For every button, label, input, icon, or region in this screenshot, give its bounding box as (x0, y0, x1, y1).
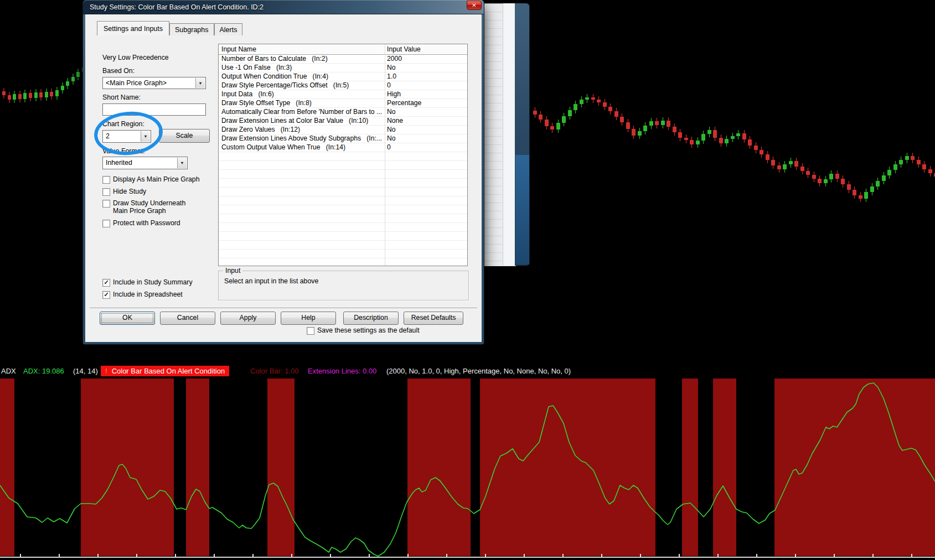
axis-tick (485, 554, 486, 557)
table-row[interactable] (219, 152, 467, 161)
scale-button[interactable]: Scale (159, 129, 210, 143)
table-row[interactable]: Draw Extension Lines at Color Bar Value … (219, 117, 467, 126)
table-row[interactable] (219, 241, 467, 250)
table-row[interactable] (219, 188, 467, 196)
table-row[interactable] (219, 179, 467, 188)
adx-line-chart (0, 349, 935, 560)
chart-region-dropdown[interactable]: 2 ▼ (102, 130, 151, 143)
study-inputs-summary: (2000, No, 1.0, 0, High, Percentage, No,… (386, 366, 571, 376)
table-row[interactable] (219, 196, 467, 205)
chart-region-value: 2 (106, 132, 110, 140)
cell-input-value: 0 (387, 81, 391, 89)
axis-tick (524, 554, 525, 557)
input-groupbox-caption: Input (223, 267, 242, 274)
inputs-table-header: Input Name Input Value (219, 44, 467, 55)
close-icon[interactable]: ✕ (467, 1, 482, 10)
checkbox-draw-study-underneath-main-price-graph[interactable]: Draw Study Underneath Main Price Graph (102, 199, 197, 215)
tab-alerts[interactable]: Alerts (214, 23, 243, 35)
inputs-table: Input Name Input Value Number of Bars to… (218, 44, 468, 266)
value-format-label: Value Format: (102, 147, 144, 155)
chart-region-label: Chart Region: (102, 120, 144, 128)
checkbox-include-in-study-summary[interactable]: ✓Include in Study Summary (102, 278, 230, 286)
table-row[interactable]: Draw Style Percentage/Ticks Offset (In:5… (219, 81, 467, 90)
save-default-label: Save these settings as the default (317, 326, 420, 334)
save-default-checkbox-box (307, 327, 314, 335)
cell-input-value: Percentage (387, 99, 421, 107)
color-bar-value-label: Color Bar: 1.00 (250, 366, 298, 376)
axis-tick (872, 554, 874, 557)
help-button[interactable]: Help (281, 312, 336, 325)
table-row[interactable]: Number of Bars to Calculate (In:2)2000 (219, 55, 467, 64)
checkbox-box (102, 176, 110, 184)
axis-tick (756, 554, 757, 557)
table-row[interactable]: Automatically Clear from Before 'Number … (219, 108, 467, 117)
table-row[interactable]: Draw Extension Lines Above Study Subgrap… (219, 134, 467, 143)
dialog-title-bar[interactable]: Study Settings: Color Bar Based On Alert… (83, 0, 484, 14)
cell-input-name: Draw Extension Lines at Color Bar Value … (221, 117, 368, 125)
table-row[interactable]: Draw Style Offset Type (In:8)Percentage (219, 99, 467, 108)
precedence-label: Very Low Precedence (102, 54, 169, 61)
background-window-glow (515, 155, 529, 265)
adx-value-label: ADX: 19.086 (23, 366, 64, 376)
table-row[interactable] (219, 232, 467, 241)
table-row[interactable]: Custom Output Value When True (In:14)0 (219, 143, 467, 152)
value-format-dropdown[interactable]: Inherited ▼ (102, 157, 188, 169)
table-row[interactable] (219, 205, 467, 214)
based-on-dropdown[interactable]: <Main Price Graph> ▼ (102, 77, 206, 89)
checkbox-include-in-spreadsheet[interactable]: ✓Include in Spreadsheet (102, 291, 230, 298)
cell-input-value: 2000 (387, 55, 402, 63)
ok-button[interactable]: OK (100, 312, 155, 325)
checkbox-box (102, 200, 110, 208)
alert-study-badge[interactable]: !Color Bar Based On Alert Condition (101, 366, 229, 376)
axis-tick (175, 554, 176, 557)
table-row[interactable]: Output When Condition True (In:4)1.0 (219, 72, 467, 81)
table-row[interactable] (219, 258, 467, 266)
checkbox-box (102, 188, 110, 196)
dialog-tabs: Settings and InputsSubgraphsAlerts (97, 21, 242, 35)
checkbox-label: Include in Study Summary (113, 278, 230, 286)
table-row[interactable] (219, 170, 467, 179)
cell-input-name: Input Data (In:6) (221, 90, 274, 98)
adx-params-label: (14, 14) (73, 366, 98, 376)
input-groupbox: Input Select an input in the list above (218, 271, 469, 300)
cell-input-name: Use -1 On False (In:3) (221, 64, 292, 71)
axis-tick (97, 554, 99, 557)
cell-input-value: High (387, 90, 401, 98)
tab-settings-and-inputs[interactable]: Settings and Inputs (97, 21, 169, 35)
based-on-value: <Main Price Graph> (106, 79, 167, 87)
table-row[interactable] (219, 161, 467, 170)
axis-tick (407, 554, 409, 557)
checkbox-label: Include in Spreadsheet (113, 291, 230, 298)
axis-tick (20, 554, 21, 557)
cell-input-name: Number of Bars to Calculate (In:2) (221, 55, 328, 63)
axis-tick (562, 554, 564, 557)
checkbox-protect-with-password[interactable]: Protect with Password (102, 219, 230, 227)
dialog-title: Study Settings: Color Bar Based On Alert… (90, 3, 264, 11)
column-divider (385, 44, 385, 266)
checkbox-hide-study[interactable]: Hide Study (102, 188, 230, 195)
inputs-table-body: Number of Bars to Calculate (In:2)2000Us… (219, 55, 467, 266)
cancel-button[interactable]: Cancel (160, 312, 215, 325)
axis-tick (446, 554, 447, 557)
axis-tick (679, 554, 680, 557)
save-default-checkbox[interactable]: Save these settings as the default (307, 326, 420, 334)
checkbox-display-as-main-price-graph[interactable]: Display As Main Price Graph (102, 175, 230, 183)
axis-tick (795, 554, 796, 557)
reset-defaults-button[interactable]: Reset Defaults (404, 312, 463, 325)
axis-tick (911, 554, 912, 557)
tab-subgraphs[interactable]: Subgraphs (169, 23, 214, 35)
table-row[interactable] (219, 214, 467, 223)
table-row[interactable]: Input Data (In:6)High (219, 90, 467, 99)
table-row[interactable] (219, 250, 467, 258)
short-name-label: Short Name: (102, 94, 141, 101)
alert-icon: ! (105, 367, 107, 375)
apply-button[interactable]: Apply (220, 312, 276, 325)
description-button[interactable]: Description (343, 312, 399, 325)
chevron-down-icon: ▼ (195, 78, 205, 88)
cell-input-value: No (387, 64, 396, 71)
table-row[interactable]: Draw Zero Values (In:12)No (219, 126, 467, 134)
table-row[interactable]: Use -1 On False (In:3)No (219, 64, 467, 72)
table-row[interactable] (219, 223, 467, 232)
axis-tick (214, 554, 215, 557)
short-name-input[interactable] (102, 103, 206, 116)
